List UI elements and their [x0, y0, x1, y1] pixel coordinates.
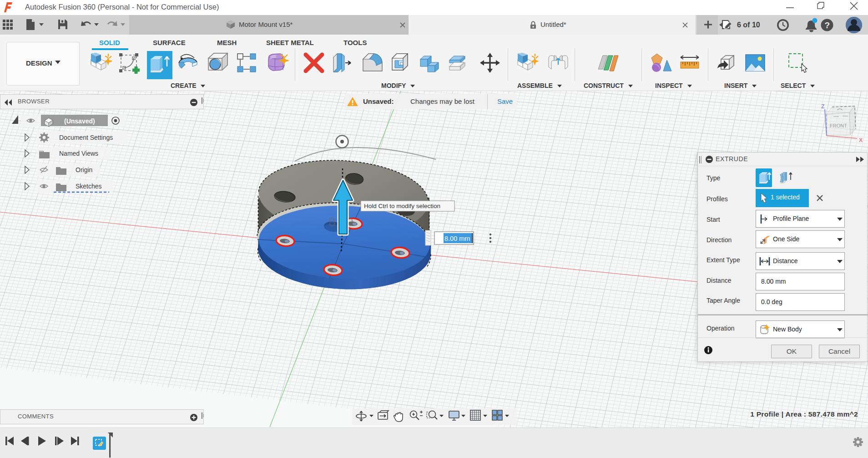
svg-text:8.00 mm: 8.00 mm	[444, 235, 470, 242]
svg-text:Document Settings: Document Settings	[59, 134, 113, 141]
svg-text:Named Views: Named Views	[59, 150, 98, 157]
svg-text:X: X	[859, 137, 863, 143]
svg-text:(Unsaved): (Unsaved)	[64, 117, 95, 125]
svg-text:6 of 10: 6 of 10	[737, 21, 760, 29]
svg-text:?: ?	[825, 20, 830, 30]
svg-text:Origin: Origin	[76, 166, 92, 173]
svg-text:Hold Ctrl to modify selection: Hold Ctrl to modify selection	[364, 203, 440, 209]
svg-text:Z: Z	[821, 103, 825, 110]
svg-text:FRONT: FRONT	[830, 123, 847, 128]
svg-text:Sketches: Sketches	[76, 183, 102, 190]
